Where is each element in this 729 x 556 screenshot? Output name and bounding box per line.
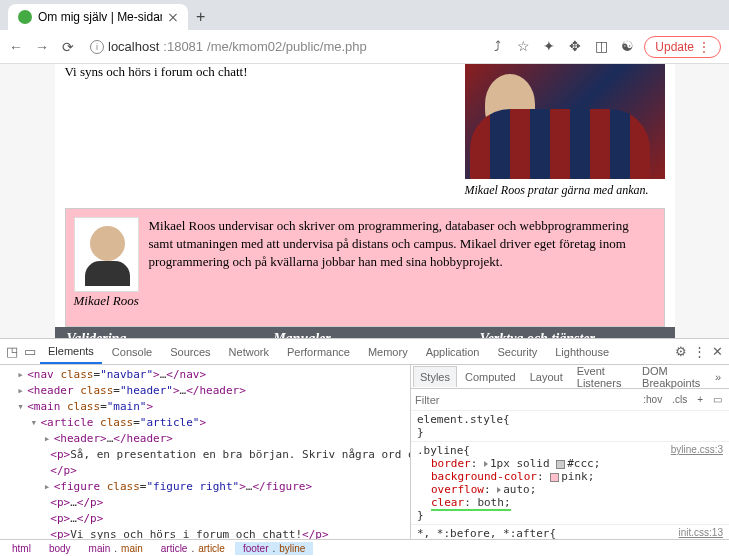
- styles-filter-input[interactable]: [415, 394, 636, 406]
- styles-panel-menu[interactable]: ▭: [710, 393, 725, 406]
- devtools-close-icon[interactable]: ✕: [709, 344, 725, 360]
- device-icon[interactable]: ▭: [22, 344, 38, 360]
- bc-article: article.article: [153, 542, 233, 555]
- url-path: /me/kmom02/public/me.php: [207, 39, 367, 54]
- rule-byline: .byline {byline.css:3 border: 1px solid …: [411, 442, 729, 525]
- bc-footer: footer.byline: [235, 542, 314, 555]
- site-info-icon[interactable]: i: [90, 40, 104, 54]
- star-icon[interactable]: ☆: [514, 38, 532, 56]
- new-rule-button[interactable]: +: [694, 393, 706, 406]
- dom-breadcrumb[interactable]: html body main.main article.article foot…: [0, 539, 729, 556]
- styles-panel: Styles Computed Layout Event Listeners D…: [411, 365, 729, 539]
- update-button[interactable]: Update ⋮: [644, 36, 721, 58]
- page-viewport: Mikael Roos pratar gärna med ankan. Vi s…: [0, 64, 729, 556]
- rule-element-style: element.style { }: [411, 411, 729, 442]
- more-icon[interactable]: ⋮: [691, 344, 707, 360]
- bc-body: body: [41, 542, 79, 555]
- address-bar[interactable]: i localhost:18081/me/kmom02/public/me.ph…: [86, 35, 478, 58]
- devtools: ◳ ▭ Elements Console Sources Network Per…: [0, 338, 729, 556]
- byline-link[interactable]: byline.css:3: [671, 444, 723, 457]
- devtools-body: ▸<nav class="navbar">…</nav> ▸<header cl…: [0, 365, 729, 539]
- byline-footer: Mikael Roos undervisar och skriver om pr…: [65, 208, 665, 327]
- tab-network[interactable]: Network: [221, 341, 277, 363]
- forward-button[interactable]: →: [34, 39, 50, 55]
- main-article: Mikael Roos pratar gärna med ankan. Vi s…: [55, 64, 675, 327]
- byline-name: Mikael Roos: [74, 292, 656, 310]
- tab-title: Om mig själv | Me-sidan: [38, 10, 162, 24]
- page-content: Mikael Roos pratar gärna med ankan. Vi s…: [0, 64, 729, 338]
- tab-lighthouse[interactable]: Lighthouse: [547, 341, 617, 363]
- tab-strip: Om mig själv | Me-sidan +: [0, 0, 729, 30]
- profile-icon[interactable]: ☯: [618, 38, 636, 56]
- browser-tab[interactable]: Om mig själv | Me-sidan: [8, 4, 188, 30]
- byline-text: Mikael Roos undervisar och skriver om pr…: [74, 217, 656, 272]
- figure-caption: Mikael Roos pratar gärna med ankan.: [465, 183, 665, 198]
- settings-icon[interactable]: ⚙: [673, 344, 689, 360]
- tab-more[interactable]: »: [709, 367, 727, 387]
- heading-validering: Validering: [59, 327, 258, 338]
- menu-dots-icon: ⋮: [698, 40, 710, 54]
- footer-headings: Validering Manualer Verktyg och tjänster: [55, 327, 675, 338]
- tab-elements[interactable]: Elements: [40, 340, 102, 364]
- toolbar-icons: ⤴ ☆ ✦ ✥ ◫ ☯ Update ⋮: [488, 36, 721, 58]
- figure-image: [465, 64, 665, 179]
- styles-filter-bar: :hov .cls + ▭: [411, 389, 729, 411]
- back-button[interactable]: ←: [8, 39, 24, 55]
- init-link[interactable]: init.css:13: [679, 527, 723, 539]
- rule-star: *, *:before, *:after {init.css:13 box-si…: [411, 525, 729, 539]
- reload-button[interactable]: ⟳: [60, 39, 76, 55]
- tab-styles[interactable]: Styles: [413, 366, 457, 387]
- tab-performance[interactable]: Performance: [279, 341, 358, 363]
- tab-memory[interactable]: Memory: [360, 341, 416, 363]
- new-tab-button[interactable]: +: [188, 4, 213, 30]
- bc-html: html: [4, 542, 39, 555]
- hov-toggle[interactable]: :hov: [640, 393, 665, 406]
- cls-toggle[interactable]: .cls: [669, 393, 690, 406]
- styles-tabs: Styles Computed Layout Event Listeners D…: [411, 365, 729, 389]
- share-icon[interactable]: ⤴: [488, 38, 506, 56]
- tab-computed[interactable]: Computed: [459, 367, 522, 387]
- styles-rules[interactable]: element.style { } .byline {byline.css:3 …: [411, 411, 729, 539]
- byline-image: [74, 217, 139, 292]
- url-host: localhost: [108, 39, 159, 54]
- puzzle-icon[interactable]: ✥: [566, 38, 584, 56]
- heading-manualer: Manualer: [265, 327, 464, 338]
- tab-sources[interactable]: Sources: [162, 341, 218, 363]
- favicon-icon: [18, 10, 32, 24]
- heading-verktyg: Verktyg och tjänster: [472, 327, 671, 338]
- tab-console[interactable]: Console: [104, 341, 160, 363]
- panel-icon[interactable]: ◫: [592, 38, 610, 56]
- close-tab-icon[interactable]: [168, 12, 178, 22]
- page-wrapper: Mikael Roos pratar gärna med ankan. Vi s…: [55, 64, 675, 338]
- dom-tree[interactable]: ▸<nav class="navbar">…</nav> ▸<header cl…: [0, 365, 411, 539]
- bc-main: main.main: [81, 542, 151, 555]
- inspect-icon[interactable]: ◳: [4, 344, 20, 360]
- ext1-icon[interactable]: ✦: [540, 38, 558, 56]
- devtools-tabs: ◳ ▭ Elements Console Sources Network Per…: [0, 339, 729, 365]
- browser-toolbar: ← → ⟳ i localhost:18081/me/kmom02/public…: [0, 30, 729, 64]
- tab-application[interactable]: Application: [418, 341, 488, 363]
- tab-layout[interactable]: Layout: [524, 367, 569, 387]
- figure-right: Mikael Roos pratar gärna med ankan.: [465, 64, 665, 198]
- tab-security[interactable]: Security: [489, 341, 545, 363]
- url-port: :18081: [163, 39, 203, 54]
